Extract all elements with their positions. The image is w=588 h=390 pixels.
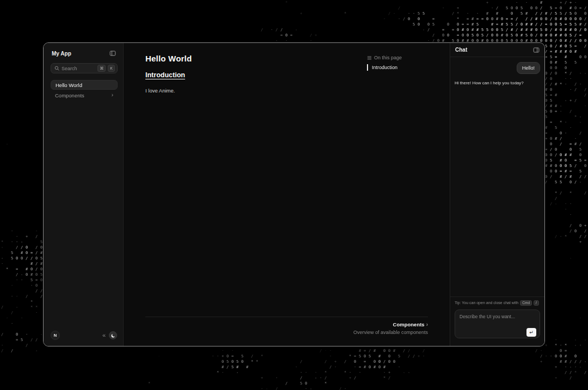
search-icon: [54, 66, 59, 71]
collapse-sidebar-button[interactable]: «: [102, 332, 106, 338]
panel-left-icon: [109, 50, 116, 57]
main-content: Hello World Introduction I love Anime. O…: [124, 43, 450, 346]
logo-letter: N: [54, 333, 57, 338]
sidebar-header: My App: [51, 48, 118, 58]
chat-tip: Tip: You can open and close chat with Cm…: [450, 296, 544, 308]
kbd-cmd: ⌘: [97, 65, 106, 72]
section-heading-link[interactable]: Introduction: [145, 71, 185, 79]
sidebar-footer: N «: [51, 331, 118, 341]
toc-list-icon: [367, 55, 372, 60]
table-of-contents: On this page Introduction: [367, 43, 450, 317]
chat-panel-toggle-button[interactable]: [532, 46, 541, 54]
toc-title-row: On this page: [367, 55, 444, 60]
sidebar-toggle-button[interactable]: [108, 49, 117, 58]
body-text: I love Anime.: [145, 88, 356, 94]
chat-message-list: Hello! Hi there! How can I help you toda…: [450, 57, 544, 296]
search-box[interactable]: ⌘ K: [51, 63, 118, 73]
chevron-right-icon: ›: [112, 92, 113, 98]
article: Hello World Introduction I love Anime.: [124, 43, 367, 317]
search-input[interactable]: [62, 66, 95, 71]
moon-icon: [111, 333, 115, 338]
app-logo-button[interactable]: N: [51, 331, 60, 340]
page-footer: Components › Overview of available compo…: [145, 317, 428, 346]
sidebar: My App ⌘ K Hello World: [44, 43, 124, 346]
chat-header: Chat: [450, 43, 544, 57]
theme-toggle-button[interactable]: [109, 331, 117, 339]
next-page-link[interactable]: Components ›: [393, 321, 428, 327]
chat-message-user: Hello!: [517, 62, 540, 74]
panel-right-icon: [533, 47, 540, 53]
send-button[interactable]: ↵: [526, 328, 536, 337]
sidebar-item-components[interactable]: Components ›: [51, 90, 118, 100]
app-window: My App ⌘ K Hello World: [43, 42, 545, 346]
next-page-description: Overview of available components: [353, 330, 428, 335]
app-title: My App: [52, 51, 71, 57]
chat-input-area: ↵: [450, 307, 544, 346]
sidebar-nav: Hello World Components ›: [51, 80, 118, 100]
sidebar-item-label: Components: [55, 92, 84, 98]
kbd-slash-chip: /: [534, 300, 539, 306]
next-page-label: Components: [393, 321, 425, 327]
return-arrow-icon: ↵: [529, 330, 534, 335]
chevron-right-icon: ›: [426, 322, 428, 327]
page-title: Hello World: [145, 54, 356, 63]
toc-item-introduction[interactable]: Introduction: [367, 64, 444, 71]
chevrons-left-icon: «: [102, 332, 106, 338]
chat-panel: Chat Hello! Hi there! How can I help you…: [450, 43, 544, 346]
kbd-cmd-chip: Cmd: [520, 300, 532, 306]
sidebar-footer-actions: «: [102, 331, 117, 339]
chat-title: Chat: [455, 47, 467, 53]
chat-tip-text: Tip: You can open and close chat with: [455, 301, 518, 305]
toc-title: On this page: [374, 55, 402, 60]
main-body: Hello World Introduction I love Anime. O…: [124, 43, 450, 317]
sidebar-item-label: Hello World: [56, 82, 82, 88]
kbd-k: K: [108, 65, 115, 72]
chat-message-assistant: Hi there! How can I help you today?: [455, 81, 540, 86]
sidebar-item-hello-world[interactable]: Hello World: [51, 80, 118, 90]
